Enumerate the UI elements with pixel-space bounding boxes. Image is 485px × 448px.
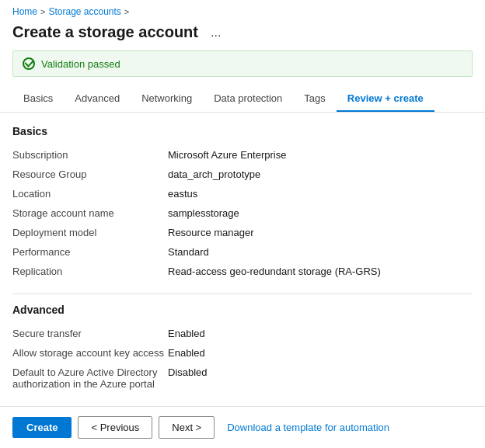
ellipsis-button[interactable]: ... bbox=[206, 24, 225, 41]
tab-advanced[interactable]: Advanced bbox=[64, 86, 131, 112]
validation-bar: Validation passed bbox=[12, 50, 473, 77]
aad-auth-value: Disabled bbox=[168, 363, 473, 394]
performance-label: Performance bbox=[12, 242, 168, 262]
resource-group-value: data_arch_prototype bbox=[168, 165, 473, 184]
replication-label: Replication bbox=[12, 262, 168, 281]
breadcrumb-sep1: > bbox=[40, 7, 45, 16]
tab-review-create[interactable]: Review + create bbox=[337, 86, 434, 112]
validation-text: Validation passed bbox=[41, 58, 120, 70]
tab-data-protection[interactable]: Data protection bbox=[203, 86, 293, 112]
next-button[interactable]: Next > bbox=[159, 416, 215, 439]
tabs-nav: Basics Advanced Networking Data protecti… bbox=[0, 86, 485, 113]
resource-group-label: Resource Group bbox=[12, 165, 168, 184]
deployment-model-value: Resource manager bbox=[168, 223, 473, 242]
breadcrumb-sep2: > bbox=[124, 7, 129, 16]
advanced-section: Advanced Secure transfer Enabled Allow s… bbox=[12, 304, 473, 394]
performance-value: Standard bbox=[168, 242, 473, 262]
advanced-title: Advanced bbox=[12, 304, 473, 316]
tab-networking[interactable]: Networking bbox=[131, 86, 203, 112]
basics-title: Basics bbox=[12, 125, 473, 137]
download-template-link[interactable]: Download a template for automation bbox=[227, 422, 389, 433]
breadcrumb-home[interactable]: Home bbox=[12, 6, 37, 17]
breadcrumb-storage[interactable]: Storage accounts bbox=[48, 6, 120, 17]
subscription-value: Microsoft Azure Enterprise bbox=[168, 145, 473, 165]
advanced-grid: Secure transfer Enabled Allow storage ac… bbox=[12, 324, 473, 394]
replication-value: Read-access geo-redundant storage (RA-GR… bbox=[168, 262, 473, 281]
page-title: Create a storage account bbox=[12, 23, 198, 41]
aad-auth-label: Default to Azure Active Directory author… bbox=[12, 363, 168, 394]
basics-section: Basics Subscription Microsoft Azure Ente… bbox=[12, 125, 473, 281]
footer: Create < Previous Next > Download a temp… bbox=[0, 406, 485, 448]
create-button[interactable]: Create bbox=[12, 417, 72, 438]
section-divider-1 bbox=[12, 293, 473, 294]
main-content: Basics Subscription Microsoft Azure Ente… bbox=[0, 113, 485, 406]
deployment-model-label: Deployment model bbox=[12, 223, 168, 242]
key-access-label: Allow storage account key access bbox=[12, 343, 168, 363]
breadcrumb: Home > Storage accounts > bbox=[0, 0, 485, 20]
location-label: Location bbox=[12, 184, 168, 203]
subscription-label: Subscription bbox=[12, 145, 168, 165]
secure-transfer-label: Secure transfer bbox=[12, 324, 168, 343]
storage-account-name-label: Storage account name bbox=[12, 203, 168, 223]
location-value: eastus bbox=[168, 184, 473, 203]
secure-transfer-value: Enabled bbox=[168, 324, 473, 343]
storage-account-name-value: samplesstorage bbox=[168, 203, 473, 223]
tab-tags[interactable]: Tags bbox=[293, 86, 336, 112]
check-icon bbox=[23, 57, 35, 70]
previous-button[interactable]: < Previous bbox=[78, 416, 152, 439]
page-header: Create a storage account ... bbox=[0, 20, 485, 50]
basics-grid: Subscription Microsoft Azure Enterprise … bbox=[12, 145, 473, 281]
tab-basics[interactable]: Basics bbox=[12, 86, 64, 112]
key-access-value: Enabled bbox=[168, 343, 473, 363]
